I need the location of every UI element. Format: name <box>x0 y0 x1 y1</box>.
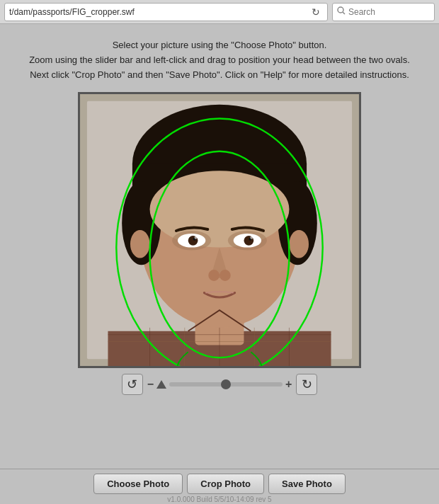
rotate-right-button[interactable]: ↻ <box>296 374 317 395</box>
slider-container: − + <box>147 378 292 391</box>
crop-photo-button[interactable]: Crop Photo <box>187 474 264 494</box>
svg-point-23 <box>250 236 253 239</box>
browser-chrome: t/dam/passports/FIG_cropper.swf ↻ <box>0 0 439 24</box>
zoom-controls: ↺ − + ↻ <box>122 374 318 395</box>
face-image <box>80 94 359 366</box>
action-buttons: Choose Photo Crop Photo Save Photo <box>93 474 346 494</box>
rotate-left-button[interactable]: ↺ <box>122 374 143 395</box>
svg-point-25 <box>219 270 231 282</box>
version-label: v1.0.000 Build 5/5/10-14:09 rev 5 <box>167 496 271 503</box>
search-icon <box>337 6 346 17</box>
svg-point-26 <box>130 230 150 258</box>
reload-button[interactable]: ↻ <box>309 6 323 18</box>
instruction-line1: Select your picture using the "Choose Ph… <box>29 38 410 53</box>
svg-line-1 <box>343 12 345 14</box>
search-bar-container <box>332 3 435 21</box>
url-bar[interactable]: t/dam/passports/FIG_cropper.swf ↻ <box>4 3 328 21</box>
search-input[interactable] <box>348 7 430 17</box>
instruction-line2: Zoom using the slider bar and left-click… <box>29 53 410 68</box>
svg-point-24 <box>208 270 219 282</box>
svg-point-22 <box>195 236 198 239</box>
save-photo-button[interactable]: Save Photo <box>268 474 346 494</box>
zoom-plus-icon[interactable]: + <box>285 378 292 391</box>
choose-photo-button[interactable]: Choose Photo <box>93 474 183 494</box>
zoom-triangle <box>156 380 166 389</box>
svg-point-0 <box>338 7 343 13</box>
zoom-minus-icon[interactable]: − <box>147 378 154 391</box>
photo-frame[interactable] <box>78 92 361 368</box>
instruction-line3: Next click "Crop Photo" and then "Save P… <box>29 68 410 83</box>
zoom-slider[interactable] <box>169 382 283 386</box>
instructions-block: Select your picture using the "Choose Ph… <box>29 38 410 82</box>
svg-point-27 <box>289 230 309 258</box>
main-content: Select your picture using the "Choose Ph… <box>0 24 439 402</box>
url-text: t/dam/passports/FIG_cropper.swf <box>9 7 306 17</box>
photo-canvas[interactable] <box>80 94 359 366</box>
bottom-bar: Choose Photo Crop Photo Save Photo v1.0.… <box>0 469 439 504</box>
